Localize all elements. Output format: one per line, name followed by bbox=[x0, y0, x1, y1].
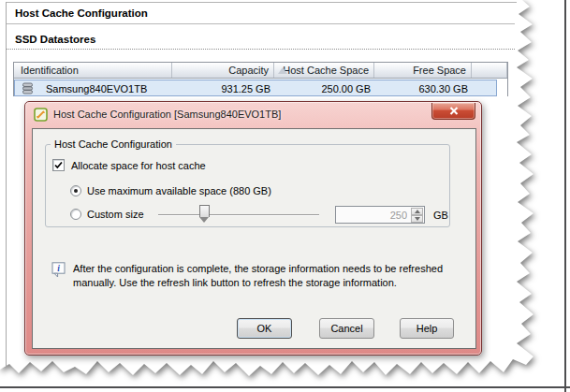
allocate-space-checkbox[interactable] bbox=[52, 159, 65, 171]
custom-size-spinner bbox=[335, 206, 425, 224]
vsphere-app-icon bbox=[34, 108, 48, 122]
table-header: Identification Capacity Host Cache Space… bbox=[14, 63, 507, 79]
ssd-datastore-table: Identification Capacity Host Cache Space… bbox=[13, 62, 508, 96]
row-selection-highlight: Samsung840EVO1TB 931.25 GB 250.00 GB 630… bbox=[14, 80, 497, 96]
custom-size-radio[interactable] bbox=[70, 209, 81, 220]
column-header-capacity[interactable]: Capacity bbox=[172, 63, 274, 78]
close-button[interactable] bbox=[431, 103, 475, 120]
section-title-host-cache: Host Cache Configuration bbox=[15, 7, 148, 19]
cell-host-cache-space: 250.00 GB bbox=[275, 81, 375, 96]
panel-border-left bbox=[6, 2, 7, 367]
column-header-filler bbox=[472, 63, 507, 78]
datastore-disk-icon bbox=[22, 82, 34, 94]
cell-capacity: 931.25 GB bbox=[173, 81, 275, 96]
dialog-title: Host Cache Configuration [Samsung840EVO1… bbox=[53, 102, 281, 127]
spin-up-button[interactable] bbox=[411, 208, 423, 215]
dotted-divider bbox=[7, 49, 515, 50]
column-header-free-space[interactable]: Free Space bbox=[374, 63, 472, 78]
custom-size-slider-track[interactable] bbox=[158, 214, 319, 216]
cell-identification: Samsung840EVO1TB bbox=[46, 81, 147, 96]
custom-size-slider-thumb[interactable] bbox=[199, 205, 210, 217]
slider-thumb-tip-icon bbox=[199, 217, 209, 223]
host-cache-configuration-dialog: Host Cache Configuration [Samsung840EVO1… bbox=[24, 101, 482, 356]
section-divider bbox=[7, 23, 515, 24]
dialog-titlebar[interactable]: Host Cache Configuration [Samsung840EVO1… bbox=[25, 102, 481, 128]
spin-down-button[interactable] bbox=[411, 215, 423, 223]
ok-button[interactable]: OK bbox=[237, 318, 292, 339]
cell-free-space: 630.30 GB bbox=[375, 81, 473, 96]
section-title-ssd-datastores: SSD Datastores bbox=[15, 34, 95, 45]
unit-label: GB bbox=[433, 209, 448, 222]
column-header-identification[interactable]: Identification bbox=[14, 63, 172, 78]
max-space-label[interactable]: Use maximum available space (880 GB) bbox=[87, 184, 271, 197]
radio-dot bbox=[74, 189, 78, 193]
custom-size-input[interactable] bbox=[336, 207, 411, 223]
cancel-button[interactable]: Cancel bbox=[319, 318, 374, 339]
allocate-space-label[interactable]: Allocate space for host cache bbox=[71, 159, 206, 172]
dialog-client-area: Host Cache Configuration Allocate space … bbox=[32, 128, 476, 349]
sort-ascending-icon bbox=[278, 67, 287, 74]
table-row[interactable]: Samsung840EVO1TB 931.25 GB 250.00 GB 630… bbox=[14, 80, 507, 96]
svg-text:i: i bbox=[57, 264, 60, 273]
refresh-info-text: After the configuration is complete, the… bbox=[73, 262, 451, 290]
max-space-radio[interactable] bbox=[70, 185, 81, 196]
custom-size-label[interactable]: Custom size bbox=[87, 208, 144, 221]
group-title: Host Cache Configuration bbox=[51, 138, 176, 150]
column-header-host-cache-space[interactable]: Host Cache Space bbox=[274, 63, 374, 78]
info-note-icon: i bbox=[51, 262, 66, 278]
close-icon bbox=[449, 107, 459, 115]
spin-down-icon bbox=[415, 217, 420, 221]
checkmark-icon bbox=[53, 160, 64, 170]
help-button[interactable]: Help bbox=[400, 318, 454, 339]
screenshot-canvas: Host Cache Configuration SSD Datastores … bbox=[0, 0, 570, 392]
panel-border-top bbox=[6, 2, 517, 3]
spin-up-icon bbox=[415, 210, 420, 213]
